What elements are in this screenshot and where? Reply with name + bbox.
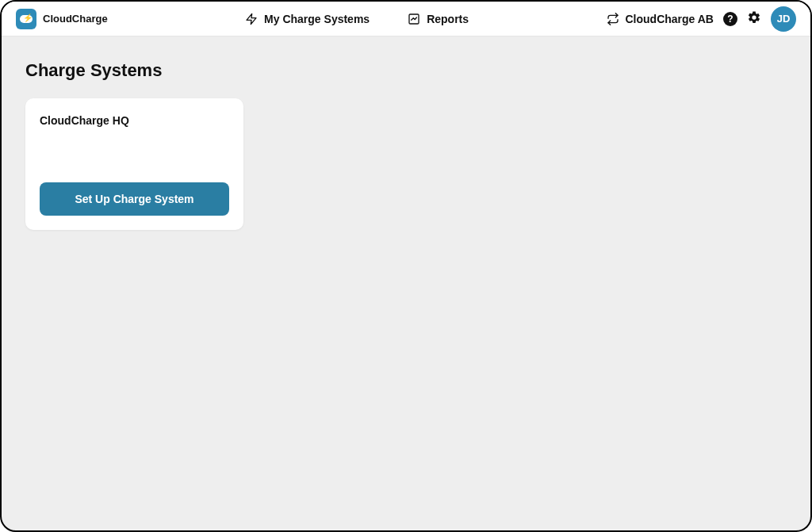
- setup-charge-system-button[interactable]: Set Up Charge System: [40, 182, 229, 216]
- bolt-icon: [245, 13, 258, 25]
- page-title: Charge Systems: [25, 60, 787, 81]
- brand[interactable]: ⚡ CloudCharge: [16, 9, 108, 29]
- charge-system-name: CloudCharge HQ: [40, 114, 229, 127]
- help-button[interactable]: ?: [723, 12, 737, 26]
- nav-charge-systems-label: My Charge Systems: [264, 13, 370, 25]
- settings-button[interactable]: [747, 10, 761, 28]
- nav-reports-label: Reports: [427, 13, 469, 25]
- org-name: CloudCharge AB: [626, 13, 714, 25]
- gear-icon: [747, 10, 761, 28]
- avatar[interactable]: JD: [771, 6, 796, 32]
- org-switcher[interactable]: CloudCharge AB: [607, 13, 714, 25]
- brand-name: CloudCharge: [43, 13, 108, 25]
- main-content: Charge Systems CloudCharge HQ Set Up Cha…: [2, 36, 810, 254]
- nav-charge-systems[interactable]: My Charge Systems: [245, 13, 370, 25]
- logo-icon: ⚡: [16, 9, 36, 29]
- avatar-initials: JD: [777, 13, 791, 25]
- main-nav: My Charge Systems Reports: [245, 13, 469, 25]
- header-right: CloudCharge AB ? JD: [607, 6, 796, 32]
- help-icon: ?: [723, 12, 737, 26]
- switch-icon: [607, 13, 619, 25]
- nav-reports[interactable]: Reports: [408, 13, 469, 25]
- charge-system-card: CloudCharge HQ Set Up Charge System: [25, 98, 243, 230]
- app-header: ⚡ CloudCharge My Charge Systems Reports: [2, 2, 810, 36]
- app-window: ⚡ CloudCharge My Charge Systems Reports: [0, 0, 812, 532]
- svg-marker-0: [247, 13, 256, 24]
- chart-icon: [408, 13, 420, 25]
